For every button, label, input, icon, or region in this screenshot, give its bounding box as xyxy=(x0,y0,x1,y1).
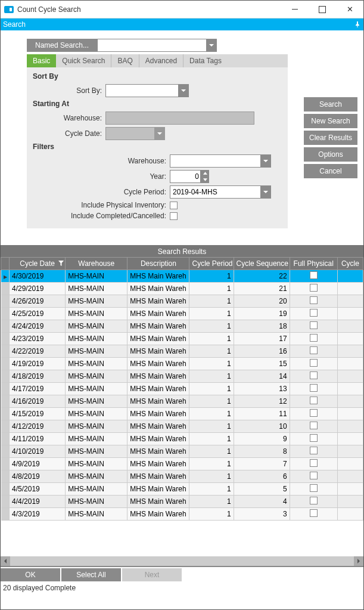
tab-advanced[interactable]: Advanced xyxy=(139,54,183,67)
cell-cycle[interactable] xyxy=(337,470,363,483)
cell-cycle-date[interactable]: 4/8/2019 xyxy=(10,470,66,483)
full-physical-checkbox[interactable] xyxy=(310,321,318,329)
cell-cycle-sequence[interactable]: 19 xyxy=(234,308,290,320)
cell-description[interactable]: MHS Main Wareh xyxy=(127,483,189,496)
cell-cycle[interactable] xyxy=(337,483,363,496)
cell-cycle-period[interactable]: 1 xyxy=(189,445,234,458)
cell-description[interactable]: MHS Main Wareh xyxy=(127,433,189,445)
chevron-down-icon[interactable] xyxy=(201,177,209,183)
chevron-down-icon[interactable] xyxy=(260,154,271,168)
cell-cycle-date[interactable]: 4/15/2019 xyxy=(10,408,66,420)
cell-cycle-sequence[interactable]: 7 xyxy=(234,458,290,470)
cell-cycle-sequence[interactable]: 21 xyxy=(234,283,290,295)
cell-warehouse[interactable]: MHS-MAIN xyxy=(66,320,127,333)
cell-full-physical[interactable] xyxy=(290,333,337,345)
cell-warehouse[interactable]: MHS-MAIN xyxy=(66,295,127,308)
ok-button[interactable]: OK xyxy=(1,568,60,581)
full-physical-checkbox[interactable] xyxy=(310,284,318,292)
cell-cycle-date[interactable]: 4/29/2019 xyxy=(10,283,66,295)
full-physical-checkbox[interactable] xyxy=(310,384,318,392)
table-row[interactable]: 4/26/2019MHS-MAINMHS Main Wareh120 xyxy=(1,295,363,308)
filter-year-input[interactable] xyxy=(170,170,201,183)
full-physical-checkbox[interactable] xyxy=(310,371,318,379)
col-description[interactable]: Description xyxy=(127,258,189,270)
results-grid[interactable]: Cycle Date Warehouse Description Cycle P… xyxy=(1,257,363,521)
cell-cycle[interactable] xyxy=(337,295,363,308)
table-row[interactable]: 4/19/2019MHS-MAINMHS Main Wareh115 xyxy=(1,358,363,370)
cell-warehouse[interactable]: MHS-MAIN xyxy=(66,483,127,496)
cell-description[interactable]: MHS Main Wareh xyxy=(127,458,189,470)
row-selector[interactable] xyxy=(1,308,10,320)
full-physical-checkbox[interactable] xyxy=(310,334,318,342)
sortby-select[interactable] xyxy=(105,84,189,97)
row-selector[interactable] xyxy=(1,358,10,370)
cell-description[interactable]: MHS Main Wareh xyxy=(127,445,189,458)
table-row[interactable]: 4/17/2019MHS-MAINMHS Main Wareh113 xyxy=(1,383,363,395)
cell-cycle-period[interactable]: 1 xyxy=(189,333,234,345)
col-cycle[interactable]: Cycle xyxy=(337,258,363,270)
tab-quick-search[interactable]: Quick Search xyxy=(56,54,111,67)
row-selector[interactable] xyxy=(1,395,10,408)
cell-full-physical[interactable] xyxy=(290,345,337,358)
row-selector[interactable] xyxy=(1,408,10,420)
cell-cycle-sequence[interactable]: 4 xyxy=(234,496,290,508)
menu-search[interactable]: Search xyxy=(3,20,26,29)
cell-full-physical[interactable] xyxy=(290,270,337,283)
row-selector[interactable] xyxy=(1,483,10,496)
cell-warehouse[interactable]: MHS-MAIN xyxy=(66,345,127,358)
cell-full-physical[interactable] xyxy=(290,295,337,308)
filter-cycleperiod-select[interactable] xyxy=(170,185,271,199)
cell-cycle-period[interactable]: 1 xyxy=(189,408,234,420)
cell-cycle[interactable] xyxy=(337,383,363,395)
cell-full-physical[interactable] xyxy=(290,496,337,508)
scroll-right-icon[interactable] xyxy=(354,556,363,566)
cell-cycle[interactable] xyxy=(337,458,363,470)
cell-cycle-sequence[interactable]: 17 xyxy=(234,333,290,345)
row-selector[interactable] xyxy=(1,383,10,395)
table-row[interactable]: 4/5/2019MHS-MAINMHS Main Wareh15 xyxy=(1,483,363,496)
cell-cycle-date[interactable]: 4/24/2019 xyxy=(10,320,66,333)
scroll-left-icon[interactable] xyxy=(1,556,10,566)
cell-description[interactable]: MHS Main Wareh xyxy=(127,358,189,370)
pin-icon[interactable] xyxy=(354,21,361,28)
cell-description[interactable]: MHS Main Wareh xyxy=(127,408,189,420)
tab-baq[interactable]: BAQ xyxy=(111,54,138,67)
cell-description[interactable]: MHS Main Wareh xyxy=(127,270,189,283)
full-physical-checkbox[interactable] xyxy=(310,409,318,417)
cell-cycle-date[interactable]: 4/16/2019 xyxy=(10,395,66,408)
full-physical-checkbox[interactable] xyxy=(310,296,318,304)
cell-cycle[interactable] xyxy=(337,308,363,320)
full-physical-checkbox[interactable] xyxy=(310,271,318,279)
cell-cycle-date[interactable]: 4/22/2019 xyxy=(10,345,66,358)
cell-cycle-period[interactable]: 1 xyxy=(189,308,234,320)
cell-cycle-period[interactable]: 1 xyxy=(189,496,234,508)
cell-warehouse[interactable]: MHS-MAIN xyxy=(66,408,127,420)
cell-cycle[interactable] xyxy=(337,395,363,408)
cell-cycle-period[interactable]: 1 xyxy=(189,420,234,433)
cell-cycle-period[interactable]: 1 xyxy=(189,470,234,483)
cell-cycle-sequence[interactable]: 5 xyxy=(234,483,290,496)
cell-cycle-sequence[interactable]: 18 xyxy=(234,320,290,333)
col-cycle-period[interactable]: Cycle Period xyxy=(189,258,234,270)
cell-cycle-period[interactable]: 1 xyxy=(189,483,234,496)
col-cycle-sequence[interactable]: Cycle Sequence xyxy=(234,258,290,270)
cell-cycle-date[interactable]: 4/17/2019 xyxy=(10,383,66,395)
row-selector[interactable] xyxy=(1,270,10,283)
full-physical-checkbox[interactable] xyxy=(310,509,318,517)
select-all-button[interactable]: Select All xyxy=(61,568,121,581)
cell-cycle[interactable] xyxy=(337,283,363,295)
minimize-button[interactable] xyxy=(281,1,309,18)
cell-cycle-sequence[interactable]: 20 xyxy=(234,295,290,308)
table-row[interactable]: 4/16/2019MHS-MAINMHS Main Wareh112 xyxy=(1,395,363,408)
horizontal-scrollbar[interactable] xyxy=(1,556,363,566)
cell-cycle[interactable] xyxy=(337,358,363,370)
col-warehouse[interactable]: Warehouse xyxy=(66,258,127,270)
cell-description[interactable]: MHS Main Wareh xyxy=(127,470,189,483)
cell-full-physical[interactable] xyxy=(290,308,337,320)
clear-results-button[interactable]: Clear Results xyxy=(304,131,357,145)
cell-warehouse[interactable]: MHS-MAIN xyxy=(66,383,127,395)
col-full-physical[interactable]: Full Physical xyxy=(290,258,337,270)
cell-cycle[interactable] xyxy=(337,496,363,508)
table-row[interactable]: 4/18/2019MHS-MAINMHS Main Wareh114 xyxy=(1,370,363,383)
row-selector[interactable] xyxy=(1,496,10,508)
